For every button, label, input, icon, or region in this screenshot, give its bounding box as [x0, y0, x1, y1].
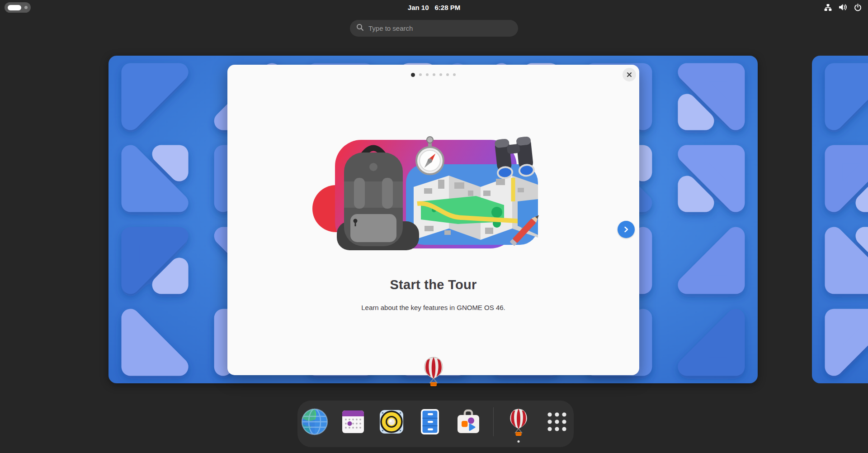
dock-item-speaker[interactable]	[377, 407, 406, 443]
dock-item-software[interactable]	[454, 407, 483, 443]
clock-date: Jan 10	[408, 4, 429, 11]
page-dots	[227, 71, 639, 78]
page-dot-4[interactable]	[433, 73, 435, 76]
dock-item-file-cabinet[interactable]	[415, 407, 444, 443]
map-illustration	[414, 176, 538, 240]
dock-separator	[493, 407, 494, 436]
system-status-area[interactable]	[824, 0, 862, 14]
file-cabinet-icon	[415, 407, 444, 436]
chevron-right-icon	[623, 226, 629, 233]
clock[interactable]: Jan 10 6:28 PM	[408, 0, 460, 14]
clock-time: 6:28 PM	[435, 4, 461, 11]
workspace-active-pill[interactable]	[8, 5, 21, 10]
page-dot-7[interactable]	[453, 73, 456, 76]
page-dot-1[interactable]	[411, 73, 415, 77]
wallpaper	[812, 56, 868, 383]
power-icon	[854, 4, 862, 11]
page-dot-6[interactable]	[446, 73, 449, 76]
network-wired-icon	[824, 4, 832, 11]
tour-dialog: Start the Tour Learn about the key featu…	[227, 65, 639, 375]
top-bar: Jan 10 6:28 PM	[0, 0, 868, 14]
search-input[interactable]: Type to search	[350, 20, 518, 37]
hot-air-balloon-icon	[507, 407, 530, 436]
close-button[interactable]	[623, 68, 636, 81]
close-icon	[627, 72, 632, 77]
speaker-icon	[377, 407, 406, 436]
volume-icon	[839, 4, 847, 11]
calendar-icon	[339, 407, 368, 436]
next-button[interactable]	[618, 221, 635, 238]
hot-air-balloon	[421, 354, 446, 388]
page-dot-3[interactable]	[426, 73, 429, 76]
tour-title: Start the Tour	[227, 277, 639, 292]
workspace-thumbnail-next[interactable]	[812, 56, 868, 383]
dock-item-calendar[interactable]	[339, 407, 368, 443]
app-grid-icon	[542, 407, 571, 436]
search-placeholder: Type to search	[368, 24, 413, 32]
workspace-indicator[interactable]	[5, 2, 31, 13]
tour-illustration	[309, 133, 548, 255]
tour-subtitle: Learn about the key features in GNOME OS…	[227, 304, 639, 311]
workspace-dot[interactable]	[24, 6, 28, 9]
running-indicator	[517, 440, 519, 443]
page-dot-2[interactable]	[419, 73, 422, 76]
app-grid-button[interactable]	[542, 407, 571, 443]
page-dot-5[interactable]	[439, 73, 442, 76]
dock-item-tour[interactable]	[504, 407, 533, 443]
web-browser-globe-icon	[300, 407, 329, 436]
dock	[297, 401, 574, 447]
search-icon	[356, 24, 364, 33]
software-bag-icon	[454, 407, 483, 436]
dock-item-web-browser[interactable]	[300, 407, 329, 443]
